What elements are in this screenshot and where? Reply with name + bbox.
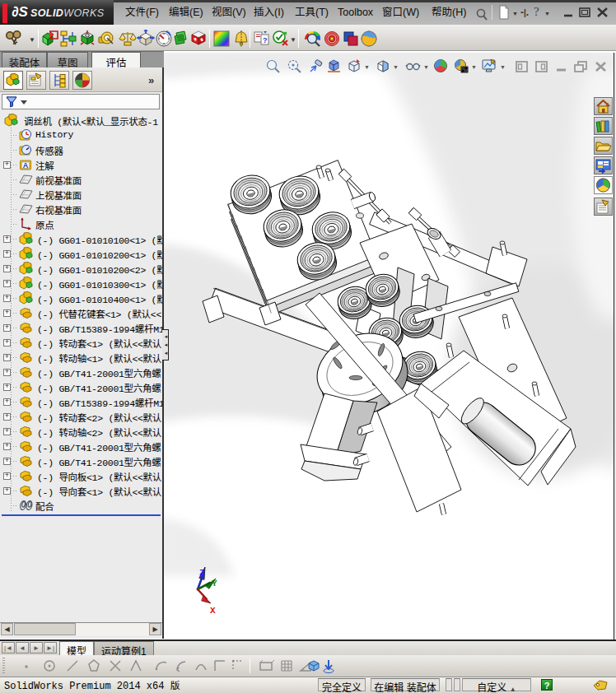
svg-text:A: A: [23, 161, 29, 170]
svg-text:Z: Z: [199, 568, 205, 578]
svg-text:Y: Y: [212, 579, 217, 588]
svg-text:?: ?: [263, 36, 268, 44]
svg-text:X: X: [210, 606, 216, 616]
